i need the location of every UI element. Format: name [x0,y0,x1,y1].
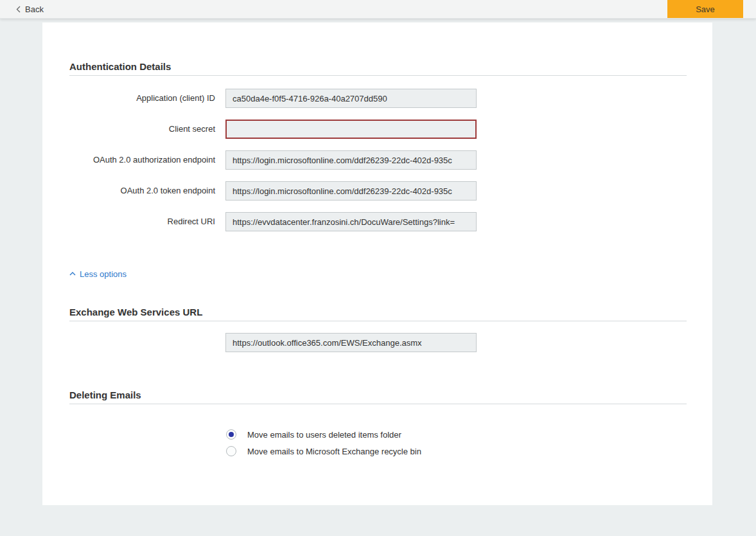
back-button-label: Back [25,4,44,14]
radio-label-deleted-items-folder: Move emails to users deleted items folde… [247,430,401,440]
chevron-up-icon [69,272,76,276]
form-row-client-secret: Client secret [69,120,687,139]
less-options-link[interactable]: Less options [69,269,127,279]
less-options-label: Less options [80,269,127,279]
oauth-authorization-endpoint-label: OAuth 2.0 authorization endpoint [69,150,225,170]
deleting-emails-options: i Move emails to users deleted items fol… [226,429,687,456]
radio-label-exchange-recycle-bin: Move emails to Microsoft Exchange recycl… [247,447,421,456]
oauth-token-endpoint-input[interactable] [225,181,477,201]
oauth-token-endpoint-label: OAuth 2.0 token endpoint [69,181,225,201]
client-secret-input[interactable] [225,120,477,139]
radio-selected-dot [229,432,234,437]
form-row-application-client-id: Application (client) ID [69,89,687,108]
ews-url-row [225,333,687,352]
settings-content: Authentication Details Application (clie… [42,22,712,456]
auth-details-title: Authentication Details [69,61,687,76]
redirect-uri-input[interactable] [225,212,477,231]
redirect-uri-label: Redirect URI [69,212,225,231]
ews-url-section: Exchange Web Services URL [69,307,687,352]
save-button[interactable]: Save [667,0,743,18]
form-row-redirect-uri: Redirect URI [69,212,687,231]
oauth-authorization-endpoint-input[interactable] [225,150,477,170]
form-row-oauth-token-endpoint: OAuth 2.0 token endpoint [69,181,687,201]
form-row-oauth-authorization-endpoint: OAuth 2.0 authorization endpoint [69,150,687,170]
radio-option-exchange-recycle-bin[interactable]: Move emails to Microsoft Exchange recycl… [226,446,687,456]
radio-option-deleted-items-folder[interactable]: Move emails to users deleted items folde… [226,429,687,440]
application-client-id-input[interactable] [225,89,477,108]
settings-card: Authentication Details Application (clie… [42,22,712,505]
deleting-emails-section: Deleting Emails i Move emails to users d… [69,389,687,456]
application-client-id-label: Application (client) ID [69,89,225,108]
back-button[interactable]: Back [16,0,44,18]
client-secret-label: Client secret [69,120,225,139]
chevron-left-icon [16,6,21,13]
deleting-emails-title: Deleting Emails [69,389,687,404]
ews-url-input[interactable] [225,333,477,352]
top-bar: Back Save [0,0,756,19]
auth-details-section: Authentication Details Application (clie… [69,61,687,231]
ews-url-title: Exchange Web Services URL [69,307,687,321]
radio-button-deleted-items-folder[interactable] [226,429,236,440]
radio-button-exchange-recycle-bin[interactable] [226,446,236,456]
auth-details-form: Application (client) ID Client secret OA… [69,89,687,231]
